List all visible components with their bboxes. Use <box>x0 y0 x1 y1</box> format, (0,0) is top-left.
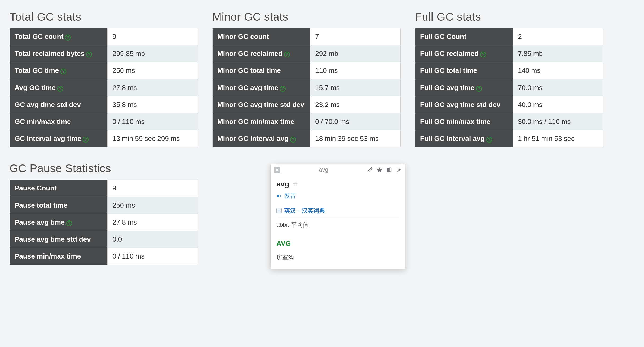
minor-gc-stats-section: Minor GC stats Minor GC count7Minor GC r… <box>212 11 401 147</box>
table-row: GC avg time std dev35.8 ms <box>10 96 198 113</box>
stat-label: Full GC min/max time <box>415 113 513 130</box>
table-row: Full GC Count2 <box>415 28 603 45</box>
section-title-full: Full GC stats <box>415 11 603 23</box>
table-row: Minor GC min/max time0 / 70.0 ms <box>213 113 401 130</box>
stat-label: Avg GC time? <box>10 79 108 96</box>
pronounce-label: 发音 <box>284 192 296 200</box>
stat-label: Minor GC total time <box>213 62 310 79</box>
total-gc-table: Total GC count?9Total reclaimed bytes?29… <box>10 28 198 147</box>
minor-gc-table: Minor GC count7Minor GC reclaimed?292 mb… <box>212 28 401 147</box>
close-icon[interactable]: ✕ <box>274 167 280 173</box>
gc-pause-stats-section: GC Pause Statistics Pause Count9Pause to… <box>10 162 198 265</box>
dict-section-toggle[interactable]: − 英汉－汉英词典 <box>276 205 399 217</box>
stat-value: 0 / 110 ms <box>108 113 198 130</box>
help-icon[interactable]: ? <box>476 86 482 92</box>
table-row: Full GC Interval avg?1 hr 51 min 53 sec <box>415 130 603 147</box>
full-gc-stats-section: Full GC stats Full GC Count2Full GC recl… <box>415 11 603 147</box>
stat-label: GC avg time std dev <box>10 96 108 113</box>
star-icon[interactable] <box>377 167 382 173</box>
speaker-icon <box>276 193 282 199</box>
stat-value: 9 <box>108 28 198 45</box>
stat-value: 18 min 39 sec 53 ms <box>310 130 401 147</box>
stat-value: 40.0 ms <box>513 96 603 113</box>
help-icon[interactable]: ? <box>66 220 72 226</box>
columns-icon[interactable] <box>386 167 392 173</box>
table-row: Full GC total time140 ms <box>415 62 603 79</box>
stat-value: 250 ms <box>108 62 198 79</box>
table-row: Full GC avg time?70.0 ms <box>415 79 603 96</box>
table-row: Avg GC time?27.8 ms <box>10 79 198 96</box>
table-row: Total GC time?250 ms <box>10 62 198 79</box>
table-row: Pause total time250 ms <box>10 197 198 214</box>
table-row: Full GC reclaimed?7.85 mb <box>415 45 603 62</box>
stat-value: 23.2 ms <box>310 96 401 113</box>
section-title-pause: GC Pause Statistics <box>10 162 198 175</box>
stat-value: 7 <box>310 28 401 45</box>
dict-section-label: 英汉－汉英词典 <box>284 207 325 215</box>
dict-word: avg <box>276 180 289 188</box>
stat-value: 292 mb <box>310 45 401 62</box>
table-row: Minor GC avg time std dev23.2 ms <box>213 96 401 113</box>
favorite-star-icon[interactable]: ☆ <box>292 180 298 188</box>
svg-rect-0 <box>387 168 389 172</box>
table-row: Total reclaimed bytes?299.85 mb <box>10 45 198 62</box>
dict-word-upper: AVG <box>276 239 399 248</box>
pause-gc-table: Pause Count9Pause total time250 msPause … <box>10 180 198 265</box>
stat-value: 140 ms <box>513 62 603 79</box>
dictionary-popup: ✕ avg ☆ <box>270 164 405 269</box>
stat-label: Total reclaimed bytes? <box>10 45 108 62</box>
help-icon[interactable]: ? <box>86 52 92 57</box>
pronounce-button[interactable]: 发音 <box>276 192 399 200</box>
dict-search-input[interactable] <box>284 166 363 174</box>
total-gc-stats-section: Total GC stats Total GC count?9Total rec… <box>10 11 198 147</box>
table-row: Minor GC total time110 ms <box>213 62 401 79</box>
stat-value: 13 min 59 sec 299 ms <box>108 130 198 147</box>
table-row: Full GC min/max time30.0 ms / 110 ms <box>415 113 603 130</box>
table-row: Pause avg time?27.8 ms <box>10 214 198 231</box>
stat-label: Total GC count? <box>10 28 108 45</box>
stat-label: Minor GC count <box>213 28 310 45</box>
help-icon[interactable]: ? <box>83 137 89 143</box>
stat-value: 250 ms <box>108 197 198 214</box>
table-row: Pause avg time std dev0.0 <box>10 231 198 248</box>
pin-icon[interactable] <box>396 167 402 173</box>
help-icon[interactable]: ? <box>284 52 290 57</box>
table-row: Full GC avg time std dev40.0 ms <box>415 96 603 113</box>
stat-label: Full GC Interval avg? <box>415 130 513 147</box>
help-icon[interactable]: ? <box>486 137 492 143</box>
stat-label: Full GC avg time std dev <box>415 96 513 113</box>
help-icon[interactable]: ? <box>280 86 286 92</box>
help-icon[interactable]: ? <box>57 86 63 92</box>
stat-label: Minor GC avg time std dev <box>213 96 310 113</box>
stat-value: 0.0 <box>108 231 198 248</box>
section-title-minor: Minor GC stats <box>212 11 401 23</box>
help-icon[interactable]: ? <box>60 69 66 74</box>
stat-label: Minor GC Interval avg? <box>213 130 310 147</box>
stat-value: 70.0 ms <box>513 79 603 96</box>
table-row: Minor GC reclaimed?292 mb <box>213 45 401 62</box>
stat-value: 27.8 ms <box>108 214 198 231</box>
stat-value: 2 <box>513 28 603 45</box>
dict-definition-2: 房室沟 <box>276 253 399 261</box>
stat-label: Pause total time <box>10 197 108 214</box>
full-gc-table: Full GC Count2Full GC reclaimed?7.85 mbF… <box>415 28 603 147</box>
stat-label: Minor GC reclaimed? <box>213 45 310 62</box>
stat-value: 299.85 mb <box>108 45 198 62</box>
stat-value: 110 ms <box>310 62 401 79</box>
table-row: Minor GC count7 <box>213 28 401 45</box>
stat-label: GC Interval avg time? <box>10 130 108 147</box>
stat-label: Pause avg time std dev <box>10 231 108 248</box>
table-row: Minor GC Interval avg?18 min 39 sec 53 m… <box>213 130 401 147</box>
help-icon[interactable]: ? <box>290 137 296 143</box>
stat-value: 30.0 ms / 110 ms <box>513 113 603 130</box>
stat-value: 0 / 110 ms <box>108 248 198 265</box>
table-row: GC Interval avg time?13 min 59 sec 299 m… <box>10 130 198 147</box>
collapse-icon: − <box>276 208 282 213</box>
stat-label: GC min/max time <box>10 113 108 130</box>
stat-value: 15.7 ms <box>310 79 401 96</box>
help-icon[interactable]: ? <box>65 35 71 41</box>
stat-label: Pause Count <box>10 180 108 197</box>
table-row: Total GC count?9 <box>10 28 198 45</box>
edit-icon[interactable] <box>367 167 373 173</box>
help-icon[interactable]: ? <box>480 52 486 57</box>
